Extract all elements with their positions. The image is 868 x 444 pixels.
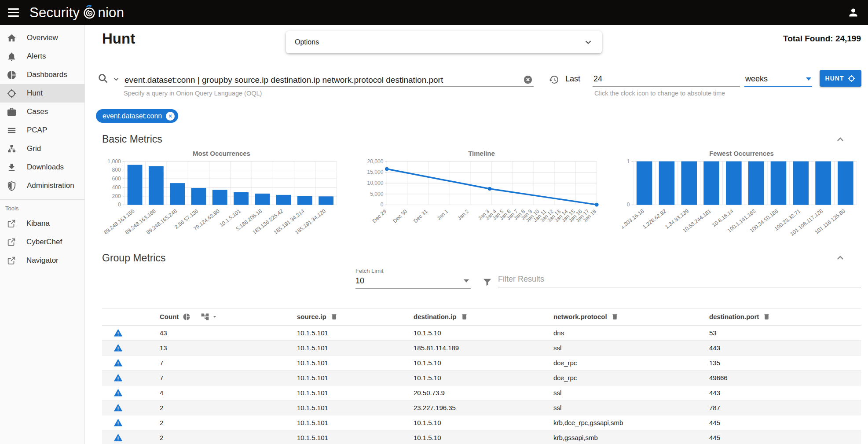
sidebar-item-label: Administration	[27, 181, 74, 190]
sidebar-item-pcap[interactable]: PCAP	[0, 121, 84, 139]
duration-input[interactable]: 24	[593, 74, 740, 87]
cell-destination-ip: 10.1.5.10	[414, 419, 553, 426]
cell-destination-port: 787	[709, 404, 861, 411]
funnel-icon	[482, 277, 492, 287]
lines-icon	[7, 125, 17, 136]
warning-icon[interactable]	[102, 343, 160, 352]
svg-text:1: 1	[627, 158, 630, 165]
cell-destination-port: 49666	[709, 374, 861, 382]
query-hint: Specify a query in Onion Query Language …	[124, 90, 262, 97]
sidebar-item-downloads[interactable]: Downloads	[0, 158, 84, 176]
cell-destination-ip: 10.1.5.10	[414, 329, 553, 337]
hunt-button[interactable]: HUNT	[820, 70, 861, 87]
table-row[interactable]: 2 10.1.5.101 10.1.5.10 krb,dce_rpc,gssap…	[102, 415, 861, 430]
warning-icon[interactable]	[102, 328, 160, 338]
sidebar-item-overview[interactable]: Overview	[0, 29, 84, 47]
cell-network-protocol: dce_rpc	[553, 359, 709, 367]
table-row[interactable]: 7 10.1.5.101 10.1.5.10 dce_rpc 49666	[102, 371, 861, 385]
main-content: Hunt Options Total Found: 24,199 event.d…	[85, 25, 868, 444]
clear-query-icon[interactable]	[523, 75, 533, 84]
svg-text:Jan 1: Jan 1	[436, 208, 449, 222]
table-row[interactable]: 43 10.1.5.101 10.1.5.10 dns 53	[102, 326, 861, 341]
warning-icon[interactable]	[102, 358, 160, 367]
trash-icon[interactable]	[763, 313, 770, 320]
query-hints: Specify a query in Onion Query Language …	[85, 90, 868, 101]
cell-count: 2	[160, 434, 297, 441]
svg-text:Dec 31: Dec 31	[412, 208, 429, 224]
column-label: destination.ip	[414, 313, 457, 320]
group-metrics-header: Group Metrics	[102, 252, 845, 264]
cell-destination-ip: 185.81.114.189	[414, 344, 553, 352]
cell-count: 43	[160, 329, 297, 337]
cell-destination-ip: 10.1.5.10	[414, 359, 553, 367]
table-row[interactable]: 7 10.1.5.101 10.1.5.10 dce_rpc 135	[102, 356, 861, 371]
table-row[interactable]: 13 10.1.5.101 185.81.114.189 ssl 443	[102, 341, 861, 356]
svg-text:15,000: 15,000	[367, 169, 383, 175]
collapse-chevron-up-icon[interactable]	[835, 253, 845, 263]
time-unit-select[interactable]: weeks	[744, 74, 812, 87]
sidebar-item-kibana[interactable]: Kibana	[0, 214, 84, 233]
cell-source-ip: 10.1.5.101	[297, 344, 414, 352]
sidebar-item-label: Alerts	[27, 52, 46, 61]
briefcase-icon	[7, 107, 17, 117]
warning-icon[interactable]	[102, 418, 160, 427]
svg-text:Dec 30: Dec 30	[392, 208, 408, 224]
dropdown-arrow-icon[interactable]	[212, 314, 218, 320]
column-label: source.ip	[297, 313, 326, 320]
table-row[interactable]: 2 10.1.5.101 10.1.5.10 krb,gssapi,smb 44…	[102, 430, 861, 444]
download-icon	[7, 162, 17, 172]
svg-text:600: 600	[112, 176, 121, 182]
sidebar-item-alerts[interactable]: Alerts	[0, 47, 84, 66]
pie-chart-icon[interactable]	[183, 313, 190, 321]
fetch-limit-select[interactable]: Fetch Limit 10	[355, 268, 471, 289]
filter-chip[interactable]: event.dataset:conn ✕	[96, 109, 178, 123]
filter-results-input[interactable]: Filter Results	[498, 275, 861, 287]
crosshair-icon	[847, 74, 856, 83]
cell-network-protocol: ssl	[553, 389, 709, 396]
warning-icon[interactable]	[102, 373, 160, 382]
group-tree-icon[interactable]	[201, 312, 209, 321]
sidebar-item-label: Dashboards	[27, 70, 67, 79]
table-row[interactable]: 4 10.1.5.101 20.50.73.9 ssl 443	[102, 385, 861, 400]
menu-icon[interactable]	[8, 8, 19, 17]
user-account-icon[interactable]	[847, 7, 859, 18]
total-found: Total Found: 24,199	[783, 34, 861, 44]
warning-icon[interactable]	[102, 388, 160, 397]
sidebar-item-cases[interactable]: Cases	[0, 103, 84, 121]
svg-text:1.226.62.92: 1.226.62.92	[641, 208, 667, 230]
sidebar-item-grid[interactable]: Grid	[0, 139, 84, 158]
cell-network-protocol: dns	[553, 329, 709, 337]
sidebar-item-navigator[interactable]: Navigator	[0, 251, 84, 270]
cell-destination-ip: 20.50.73.9	[414, 389, 553, 396]
basic-metrics-title: Basic Metrics	[102, 133, 162, 145]
warning-icon[interactable]	[102, 433, 160, 442]
sidebar-item-administration[interactable]: Administration	[0, 176, 84, 195]
warning-icon[interactable]	[102, 403, 160, 412]
sidebar-tools-label: Tools	[0, 202, 84, 214]
page-title: Hunt	[102, 30, 135, 47]
filter-chip-label: event.dataset:conn	[103, 112, 162, 120]
sidebar-item-label: Kibana	[26, 219, 50, 228]
trash-icon[interactable]	[330, 313, 338, 320]
svg-text:20,000: 20,000	[367, 158, 383, 165]
sidebar-item-cyberchef[interactable]: CyberChef	[0, 233, 84, 251]
trash-icon[interactable]	[611, 313, 619, 320]
collapse-chevron-up-icon[interactable]	[835, 135, 845, 144]
table-header-row: Count source.ip destination.ip	[102, 308, 861, 326]
sidebar-item-dashboards[interactable]: Dashboards	[0, 66, 84, 84]
svg-text:5,000: 5,000	[370, 191, 384, 197]
column-header-count: Count	[160, 312, 297, 321]
query-input[interactable]: event.dataset:conn | groupby source.ip d…	[125, 75, 534, 87]
table-row[interactable]: 2 10.1.5.101 23.227.196.35 ssl 787	[102, 400, 861, 415]
sidebar-item-hunt[interactable]: Hunt	[0, 84, 84, 103]
query-history-chevron-icon[interactable]	[112, 75, 120, 83]
chart-timeline: Timeline 05,00010,00015,00020,000Dec 29D…	[362, 150, 601, 242]
column-header-network-protocol: network.protocol	[553, 313, 709, 320]
clock-history-icon[interactable]	[549, 74, 559, 85]
svg-text:0: 0	[627, 202, 630, 208]
chevron-down-icon	[583, 37, 593, 47]
chart-canvas: 02004006008001,00089.248.163.15589.248.1…	[102, 157, 341, 242]
options-dropdown[interactable]: Options	[286, 31, 602, 53]
remove-filter-icon[interactable]: ✕	[166, 112, 175, 121]
trash-icon[interactable]	[461, 313, 468, 320]
